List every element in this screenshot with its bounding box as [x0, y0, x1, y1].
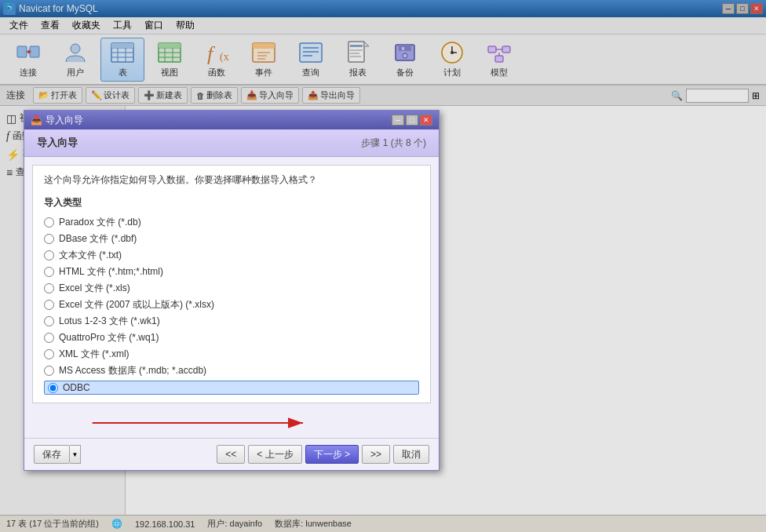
- radio-odbc-label: ODBC: [63, 382, 90, 393]
- user-status-label: 用户: dayainfo: [207, 518, 262, 530]
- ip-label: 192.168.100.31: [135, 519, 195, 529]
- radio-quattropro-label: QuattroPro 文件 (*.wq1): [59, 331, 159, 344]
- table-count-label: 17 表 (17 位于当前的组): [6, 518, 99, 530]
- dialog-overlay: 📥 导入向导 ─ □ ✕ 导入向导 步骤 1 (共 8 个) 这个向导允许你指定…: [0, 0, 766, 532]
- import-type-radio-group: Paradox 文件 (*.db) DBase 文件 (*.dbf) 文本文件 …: [44, 216, 419, 395]
- radio-paradox-input[interactable]: [44, 217, 54, 228]
- radio-msaccess[interactable]: MS Access 数据库 (*.mdb; *.accdb): [44, 364, 419, 377]
- radio-msaccess-label: MS Access 数据库 (*.mdb; *.accdb): [59, 364, 206, 377]
- radio-paradox[interactable]: Paradox 文件 (*.db): [44, 216, 419, 229]
- radio-excel-input[interactable]: [44, 283, 54, 293]
- dialog-body: 这个向导允许你指定如何导入数据。你要选择哪种数据导入格式？ 导入类型 Parad…: [32, 165, 431, 403]
- radio-dbase-label: DBase 文件 (*.dbf): [59, 232, 137, 246]
- import-wizard-dialog: 📥 导入向导 ─ □ ✕ 导入向导 步骤 1 (共 8 个) 这个向导允许你指定…: [24, 110, 440, 471]
- radio-text-label: 文本文件 (*.txt): [59, 249, 122, 262]
- radio-html-label: HTML 文件 (*.htm;*.html): [59, 265, 163, 279]
- radio-odbc[interactable]: ODBC: [44, 381, 419, 395]
- radio-dbase-input[interactable]: [44, 234, 54, 244]
- dialog-header: 导入向导 步骤 1 (共 8 个): [24, 129, 439, 157]
- first-button[interactable]: <<: [217, 445, 245, 464]
- dialog-window-controls: ─ □ ✕: [392, 115, 432, 126]
- dialog-maximize-button[interactable]: □: [406, 115, 418, 126]
- save-button[interactable]: 保存: [34, 445, 70, 464]
- dialog-title-icon: 📥: [31, 115, 42, 126]
- dialog-close-button[interactable]: ✕: [420, 115, 432, 126]
- radio-dbase[interactable]: DBase 文件 (*.dbf): [44, 232, 419, 246]
- dialog-description: 这个向导允许你指定如何导入数据。你要选择哪种数据导入格式？: [44, 173, 419, 187]
- prev-button[interactable]: < 上一步: [248, 445, 301, 464]
- radio-lotus-input[interactable]: [44, 316, 54, 326]
- radio-excel-label: Excel 文件 (*.xls): [59, 282, 130, 295]
- radio-lotus-label: Lotus 1-2-3 文件 (*.wk1): [59, 315, 160, 328]
- network-icon: 🌐: [111, 519, 122, 529]
- save-dropdown[interactable]: ▼: [70, 445, 81, 464]
- radio-paradox-label: Paradox 文件 (*.db): [59, 216, 141, 229]
- dialog-header-title: 导入向导: [37, 136, 78, 150]
- radio-xml-label: XML 文件 (*.xml): [59, 348, 129, 361]
- radio-excel2007-label: Excel 文件 (2007 或以上版本) (*.xlsx): [59, 298, 214, 312]
- radio-xml[interactable]: XML 文件 (*.xml): [44, 348, 419, 361]
- radio-text-input[interactable]: [44, 250, 54, 261]
- radio-lotus[interactable]: Lotus 1-2-3 文件 (*.wk1): [44, 315, 419, 328]
- dialog-title-text: 导入向导: [46, 114, 392, 127]
- radio-quattropro[interactable]: QuattroPro 文件 (*.wq1): [44, 331, 419, 344]
- radio-msaccess-input[interactable]: [44, 366, 54, 376]
- arrow-svg: [32, 411, 431, 435]
- next-button[interactable]: 下一步 >: [305, 445, 359, 464]
- save-group: 保存 ▼: [34, 445, 81, 464]
- radio-excel[interactable]: Excel 文件 (*.xls): [44, 282, 419, 295]
- arrow-container: [32, 411, 431, 435]
- dialog-step-label: 步骤 1 (共 8 个): [361, 137, 426, 150]
- cancel-button[interactable]: 取消: [393, 445, 429, 464]
- dialog-minimize-button[interactable]: ─: [392, 115, 404, 126]
- radio-odbc-input[interactable]: [48, 383, 58, 393]
- dialog-footer: 保存 ▼ << < 上一步 下一步 > >> 取消: [24, 438, 439, 470]
- last-button[interactable]: >>: [362, 445, 390, 464]
- radio-text[interactable]: 文本文件 (*.txt): [44, 249, 419, 262]
- radio-xml-input[interactable]: [44, 349, 54, 359]
- dialog-title-bar: 📥 导入向导 ─ □ ✕: [24, 111, 439, 129]
- radio-excel2007[interactable]: Excel 文件 (2007 或以上版本) (*.xlsx): [44, 298, 419, 312]
- radio-html-input[interactable]: [44, 267, 54, 277]
- import-type-label: 导入类型: [44, 196, 419, 210]
- radio-html[interactable]: HTML 文件 (*.htm;*.html): [44, 265, 419, 279]
- status-bar: 17 表 (17 位于当前的组) 🌐 192.168.100.31 用户: da…: [0, 515, 766, 532]
- db-status-label: 数据库: lunwenbase: [275, 518, 352, 530]
- radio-quattropro-input[interactable]: [44, 333, 54, 343]
- radio-excel2007-input[interactable]: [44, 300, 54, 310]
